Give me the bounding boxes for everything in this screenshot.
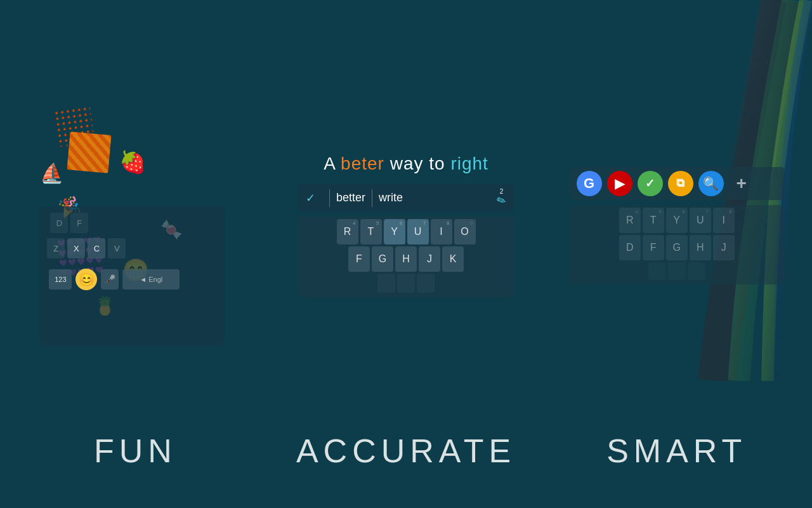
fun-keyboard: D F Z X C V 123 😊 🎤 ◄ Engl xyxy=(40,206,224,346)
acc-key-faded-1 xyxy=(377,274,395,293)
key-num-4: 4 xyxy=(353,220,355,226)
correction-prefix: A xyxy=(324,154,341,173)
keyboard-bottom-bar: 123 😊 🎤 ◄ Engl xyxy=(44,266,220,293)
smart-key-faded-3 xyxy=(688,262,705,280)
acc-key-row-2: F G H J K xyxy=(301,246,511,272)
key-num-5: 5 xyxy=(376,220,379,226)
acc-key-j[interactable]: J xyxy=(419,246,440,272)
pencil-icon: ✏ xyxy=(495,192,509,209)
suggestion-write[interactable]: write xyxy=(379,191,403,204)
misspelled-word: beter xyxy=(341,154,384,173)
smart-key-h: H xyxy=(690,235,711,260)
accurate-content-area: A beter way to right ✓ better write 2 ✏ … xyxy=(285,154,527,297)
acc-key-row-3 xyxy=(301,274,511,293)
smart-key-g: G xyxy=(666,235,688,260)
fun-column: ⛵ 🎉 🍓 🍬 💜💜💜💜💜 💜💜💜💜💜 💜💜💜💜💜 💜💜💜💜💜 😁 xyxy=(0,0,271,508)
correction-middle: way to xyxy=(384,154,450,173)
smart-keyboard: 4R 5T 6Y 7U 8I D F G H J xyxy=(569,205,785,284)
smart-key-faded-1 xyxy=(648,262,666,280)
smart-key-faded-2 xyxy=(668,262,686,280)
google-icon[interactable]: G xyxy=(577,171,602,196)
smart-key-i: 8I xyxy=(713,208,735,233)
acc-key-i[interactable]: 8I xyxy=(431,219,452,244)
fun-content-area: ⛵ 🎉 🍓 🍬 💜💜💜💜💜 💜💜💜💜💜 💜💜💜💜💜 💜💜💜💜💜 😁 xyxy=(21,98,249,352)
boat-emoji: ⛵ xyxy=(40,162,63,184)
dot-grid-decoration xyxy=(54,105,96,147)
correction-text: A beter way to right xyxy=(324,154,488,174)
smart-num-7: 7 xyxy=(705,209,708,215)
smart-num-6: 6 xyxy=(682,209,684,215)
fun-label: FUN xyxy=(0,432,271,470)
smart-label: SMART xyxy=(541,432,812,470)
acc-key-t[interactable]: 5T xyxy=(360,219,382,244)
smart-key-r: 4R xyxy=(619,208,641,233)
accurate-label-area: ACCURATE xyxy=(271,413,542,470)
accurate-keyboard: 4R 5T 6Y 7U 8I 9O F G H J K xyxy=(298,217,514,297)
smart-key-y: 6Y xyxy=(666,208,688,233)
wrong-word: right xyxy=(450,154,488,173)
acc-key-row-1: 4R 5T 6Y 7U 8I 9O xyxy=(301,219,511,244)
search-icon[interactable]: 🔍 xyxy=(698,171,724,196)
acc-key-r[interactable]: 4R xyxy=(337,219,358,244)
acc-key-o[interactable]: 9O xyxy=(454,219,476,244)
app-icons-row: G ▶ ✓ ⧉ 🔍 + xyxy=(569,167,785,200)
striped-tile-decoration xyxy=(67,131,112,173)
smart-num-8: 8 xyxy=(729,209,731,215)
smart-key-row-1: 4R 5T 6Y 7U 8I xyxy=(572,208,782,233)
key-c: C xyxy=(88,238,105,258)
smart-key-d: D xyxy=(619,235,641,260)
suggestion-divider-2 xyxy=(372,189,372,207)
acc-key-k[interactable]: K xyxy=(442,246,464,272)
suggestion-divider xyxy=(329,189,330,207)
smart-label-area: SMART xyxy=(541,413,812,470)
check-icon[interactable]: ✓ xyxy=(638,171,663,196)
acc-key-g[interactable]: G xyxy=(372,246,393,272)
smart-num-5: 5 xyxy=(658,209,661,215)
key-f: F xyxy=(70,213,88,233)
smart-key-f: F xyxy=(643,235,664,260)
key-num-9: 9 xyxy=(470,220,473,226)
acc-key-f[interactable]: F xyxy=(348,246,370,272)
smart-key-row-2: D F G H J xyxy=(572,235,782,260)
smart-column: G ▶ ✓ ⧉ 🔍 + 4R 5T 6Y 7U 8I D xyxy=(541,0,812,508)
smart-key-j: J xyxy=(713,235,735,260)
smart-key-row-3 xyxy=(572,262,782,280)
acc-key-faded-2 xyxy=(397,274,415,293)
suggestion-bar: ✓ better write 2 ✏ xyxy=(298,184,514,211)
smart-key-u: 7U xyxy=(690,208,711,233)
acc-key-y[interactable]: 6Y xyxy=(384,219,405,244)
key-num-7: 7 xyxy=(423,220,426,226)
smart-key-t: 5T xyxy=(643,208,664,233)
accurate-column: A beter way to right ✓ better write 2 ✏ … xyxy=(271,0,542,508)
key-row-zxcv: Z X C V xyxy=(44,236,220,261)
fun-label-area: FUN xyxy=(0,413,271,470)
emoji-button[interactable]: 😊 xyxy=(75,269,97,290)
copy-icon[interactable]: ⧉ xyxy=(668,171,693,196)
suggestion-arrow: 2 ✏ xyxy=(497,188,506,208)
smart-num-4: 4 xyxy=(635,209,638,215)
key-num-6: 6 xyxy=(400,220,402,226)
strawberry-emoji: 🍓 xyxy=(119,149,146,175)
acc-key-u[interactable]: 7U xyxy=(407,219,429,244)
key-z: Z xyxy=(47,238,65,258)
checkmark-icon: ✓ xyxy=(306,191,315,205)
key-123[interactable]: 123 xyxy=(49,269,72,290)
key-d: D xyxy=(50,213,68,233)
accurate-label: ACCURATE xyxy=(271,432,542,470)
key-space[interactable]: ◄ Engl xyxy=(122,269,180,290)
plus-icon[interactable]: + xyxy=(729,171,754,196)
key-mic[interactable]: 🎤 xyxy=(101,269,119,290)
youtube-icon[interactable]: ▶ xyxy=(607,171,632,196)
suggestion-better[interactable]: better xyxy=(336,191,365,204)
acc-key-faded-3 xyxy=(417,274,435,293)
key-num-8: 8 xyxy=(447,220,449,226)
key-x: X xyxy=(67,238,85,258)
smart-content-area: G ▶ ✓ ⧉ 🔍 + 4R 5T 6Y 7U 8I D xyxy=(556,167,797,284)
acc-key-h[interactable]: H xyxy=(395,246,417,272)
key-v: V xyxy=(108,238,126,258)
